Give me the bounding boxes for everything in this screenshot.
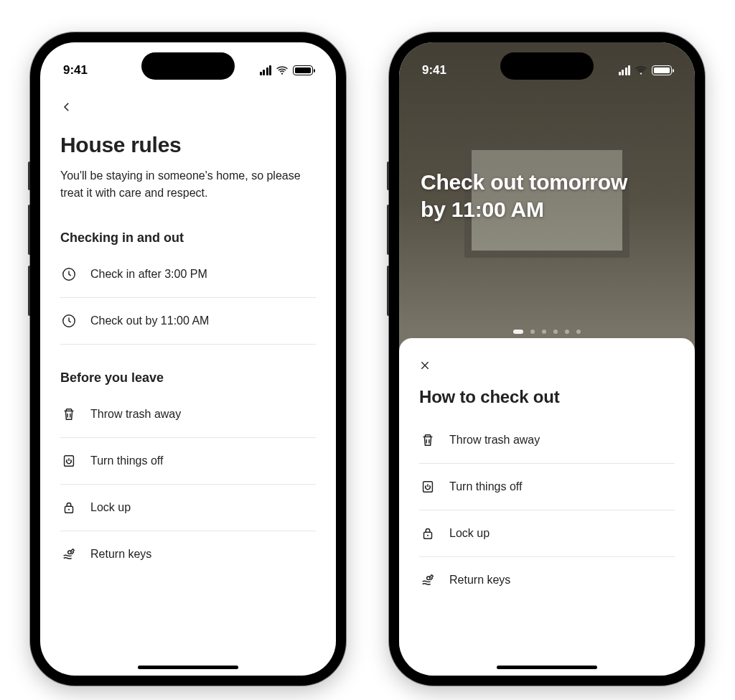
checkout-text: Check out by 11:00 AM	[90, 314, 209, 327]
row-lock: Lock up	[419, 510, 675, 557]
clock-icon	[60, 266, 78, 283]
hero-line2: by 11:00 AM	[421, 196, 673, 223]
row-off: Turn things off	[60, 438, 316, 485]
battery-icon	[293, 65, 313, 75]
power-icon	[60, 452, 78, 470]
page-title: House rules	[60, 133, 316, 157]
row-off: Turn things off	[419, 464, 675, 510]
screen-left: 9:41 House rules You'll be staying in so…	[40, 42, 336, 676]
row-label: Turn things off	[90, 454, 163, 467]
keys-icon	[60, 546, 78, 563]
phone-right: 9:41 Check out tomorrow by 11:00 AM How …	[389, 32, 705, 686]
checkin-text: Check in after 3:00 PM	[90, 268, 207, 281]
row-label: Return keys	[90, 548, 151, 561]
lock-icon	[419, 525, 436, 542]
row-checkin: Check in after 3:00 PM	[60, 251, 316, 298]
status-right	[619, 65, 673, 75]
wifi-icon	[635, 65, 647, 75]
dynamic-island	[141, 52, 235, 80]
battery-icon	[652, 65, 672, 75]
wifi-icon	[276, 65, 289, 75]
row-trash: Throw trash away	[60, 391, 316, 438]
clock-icon	[60, 312, 78, 330]
trash-icon	[419, 431, 436, 449]
hero-title: Check out tomorrow by 11:00 AM	[421, 169, 673, 223]
row-keys: Return keys	[419, 557, 675, 603]
row-label: Return keys	[449, 574, 510, 587]
row-label: Throw trash away	[449, 434, 540, 447]
chevron-left-icon	[60, 101, 73, 113]
row-lock: Lock up	[60, 485, 316, 531]
row-label: Throw trash away	[90, 408, 181, 421]
row-label: Lock up	[449, 527, 490, 540]
power-icon	[419, 478, 436, 495]
home-indicator[interactable]	[497, 666, 597, 669]
cellular-icon	[260, 65, 272, 75]
row-label: Turn things off	[449, 480, 522, 493]
lock-icon	[60, 499, 78, 516]
section-before-head: Before you leave	[60, 370, 316, 386]
back-button[interactable]	[60, 94, 86, 120]
trash-icon	[60, 406, 78, 423]
status-time: 9:41	[63, 63, 88, 78]
page-subtitle: You'll be staying in someone's home, so …	[60, 167, 304, 202]
phone-left: 9:41 House rules You'll be staying in so…	[30, 32, 346, 686]
section-checking-head: Checking in and out	[60, 230, 316, 246]
carousel-dots[interactable]	[513, 330, 581, 334]
row-keys: Return keys	[60, 531, 316, 577]
row-trash: Throw trash away	[419, 417, 675, 464]
home-indicator[interactable]	[138, 666, 238, 669]
sheet-title: How to check out	[419, 387, 675, 407]
row-checkout: Check out by 11:00 AM	[60, 298, 316, 345]
row-label: Lock up	[90, 501, 131, 514]
close-icon	[419, 360, 431, 371]
screen-right: 9:41 Check out tomorrow by 11:00 AM How …	[399, 42, 695, 676]
dynamic-island	[500, 52, 594, 80]
keys-icon	[419, 571, 436, 589]
checkout-sheet: How to check out Throw trash away Turn t…	[399, 338, 695, 676]
close-button[interactable]	[419, 354, 442, 377]
status-time: 9:41	[422, 63, 446, 78]
status-right	[260, 65, 314, 75]
hero-line1: Check out tomorrow	[421, 169, 673, 196]
cellular-icon	[619, 65, 631, 75]
house-rules-content: House rules You'll be staying in someone…	[40, 42, 336, 676]
